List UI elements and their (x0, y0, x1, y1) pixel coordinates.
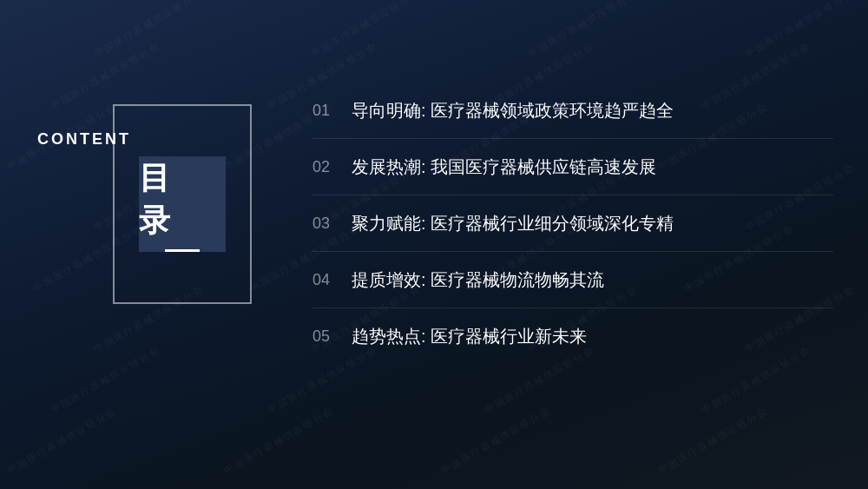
menu-title: 提质增效: 医疗器械物流物畅其流 (352, 268, 604, 292)
menu-item: 03聚力赋能: 医疗器械行业细分领域深化专精 (312, 195, 833, 252)
menu-item: 04提质增效: 医疗器械物流物畅其流 (312, 252, 833, 308)
menu-item: 01导向明确: 医疗器械领域政策环境趋严趋全 (312, 83, 833, 139)
mu-lu-inner: 目 录 (139, 156, 226, 252)
menu-list: 01导向明确: 医疗器械领域政策环境趋严趋全02发展热潮: 我国医疗器械供应链高… (312, 83, 833, 364)
menu-item: 02发展热潮: 我国医疗器械供应链高速发展 (312, 139, 833, 195)
menu-number: 05 (312, 327, 352, 346)
menu-number: 01 (312, 102, 352, 120)
menu-title: 趋势热点: 医疗器械行业新未来 (352, 324, 587, 348)
menu-title: 发展热潮: 我国医疗器械供应链高速发展 (352, 155, 656, 179)
menu-number: 04 (312, 271, 352, 289)
mu-lu-line (165, 249, 200, 252)
menu-title: 导向明确: 医疗器械领域政策环境趋严趋全 (352, 98, 674, 122)
menu-number: 03 (312, 215, 352, 233)
menu-item: 05趋势热点: 医疗器械行业新未来 (312, 308, 833, 364)
menu-title: 聚力赋能: 医疗器械行业细分领域深化专精 (352, 211, 674, 235)
menu-number: 02 (312, 158, 352, 176)
slide: 中国医疗器械供应链分会 中国医疗器械供应链分会 中国医疗器械供应链分会 中国医疗… (0, 0, 868, 489)
mu-lu-text: 目 录 (139, 157, 226, 242)
mu-lu-box: 目 录 (113, 104, 252, 304)
